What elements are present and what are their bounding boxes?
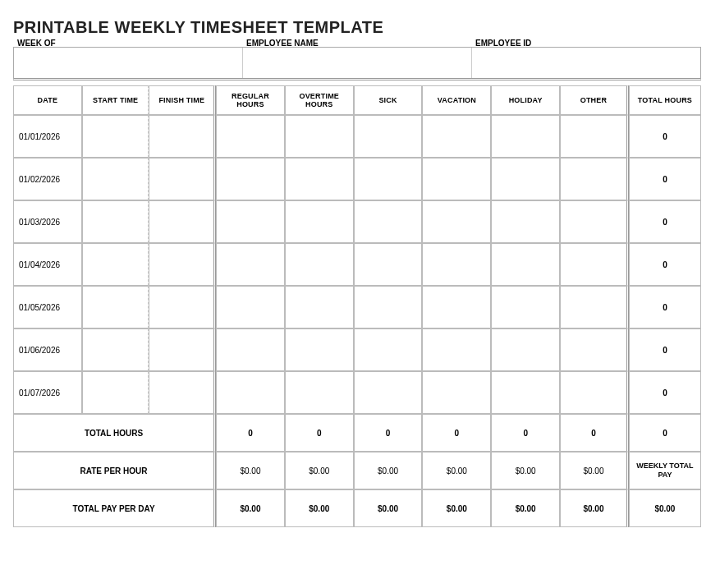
cell-total: 0 [629,286,701,328]
cell-holiday[interactable] [491,243,560,286]
cell-overtime[interactable] [285,371,354,414]
cell-start-time[interactable] [82,200,149,243]
cell-start-time[interactable] [82,328,149,371]
cell-holiday[interactable] [491,328,560,371]
cell-finish-time[interactable] [149,115,216,158]
total-pay-grand: $0.00 [629,489,701,527]
rate-sick: $0.00 [354,452,423,489]
rate-other: $0.00 [560,452,629,489]
table-row: 01/03/20260 [13,200,701,243]
cell-holiday[interactable] [491,115,560,158]
cell-holiday[interactable] [491,200,560,243]
cell-other[interactable] [560,243,629,286]
col-vacation: VACATION [422,85,491,115]
col-total: TOTAL HOURS [629,85,701,115]
employee-id-input[interactable] [472,50,700,78]
col-regular: REGULAR HOURS [216,85,285,115]
cell-overtime[interactable] [285,328,354,371]
cell-finish-time[interactable] [149,200,216,243]
total-hours-label: TOTAL HOURS [13,414,216,452]
total-pay-other: $0.00 [560,489,629,527]
total-hours-regular: 0 [216,414,285,452]
rate-vacation: $0.00 [422,452,491,489]
total-hours-sick: 0 [354,414,423,452]
total-hours-vacation: 0 [422,414,491,452]
total-pay-overtime: $0.00 [285,489,354,527]
col-finish-time: FINISH TIME [149,85,216,115]
col-other: OTHER [560,85,629,115]
cell-regular[interactable] [216,328,285,371]
cell-regular[interactable] [216,158,285,200]
total-pay-holiday: $0.00 [491,489,560,527]
cell-start-time[interactable] [82,371,149,414]
employee-name-field: EMPLOYEE NAME [243,48,472,78]
table-row: 01/05/20260 [13,286,701,328]
cell-overtime[interactable] [285,158,354,200]
cell-vacation[interactable] [422,115,491,158]
cell-holiday[interactable] [491,286,560,328]
employee-id-label: EMPLOYEE ID [472,36,534,39]
cell-regular[interactable] [216,371,285,414]
cell-start-time[interactable] [82,158,149,200]
cell-total: 0 [629,328,701,371]
cell-overtime[interactable] [285,286,354,328]
cell-sick[interactable] [354,158,423,200]
total-pay-vacation: $0.00 [422,489,491,527]
cell-vacation[interactable] [422,328,491,371]
cell-overtime[interactable] [285,200,354,243]
cell-sick[interactable] [354,115,423,158]
cell-other[interactable] [560,158,629,200]
cell-other[interactable] [560,115,629,158]
cell-vacation[interactable] [422,286,491,328]
table-row: 01/04/20260 [13,243,701,286]
cell-sick[interactable] [354,286,423,328]
cell-sick[interactable] [354,200,423,243]
table-header-row: DATE START TIME FINISH TIME REGULAR HOUR… [13,85,701,115]
cell-start-time[interactable] [82,243,149,286]
cell-overtime[interactable] [285,115,354,158]
cell-holiday[interactable] [491,158,560,200]
cell-vacation[interactable] [422,371,491,414]
cell-vacation[interactable] [422,200,491,243]
cell-date: 01/04/2026 [13,243,82,286]
cell-sick[interactable] [354,371,423,414]
cell-overtime[interactable] [285,243,354,286]
employee-name-input[interactable] [243,50,471,78]
cell-total: 0 [629,158,701,200]
cell-regular[interactable] [216,286,285,328]
cell-regular[interactable] [216,243,285,286]
cell-holiday[interactable] [491,371,560,414]
total-hours-other: 0 [560,414,629,452]
cell-finish-time[interactable] [149,158,216,200]
cell-vacation[interactable] [422,158,491,200]
col-date: DATE [13,85,82,115]
cell-sick[interactable] [354,328,423,371]
total-hours-holiday: 0 [491,414,560,452]
cell-start-time[interactable] [82,286,149,328]
total-hours-overtime: 0 [285,414,354,452]
cell-vacation[interactable] [422,243,491,286]
cell-finish-time[interactable] [149,371,216,414]
week-of-input[interactable] [14,50,242,78]
cell-sick[interactable] [354,243,423,286]
cell-finish-time[interactable] [149,243,216,286]
cell-regular[interactable] [216,200,285,243]
total-pay-label: TOTAL PAY PER DAY [13,489,216,527]
week-of-label: WEEK OF [14,36,59,39]
cell-date: 01/07/2026 [13,371,82,414]
employee-id-field: EMPLOYEE ID [472,48,700,78]
total-pay-row: TOTAL PAY PER DAY $0.00 $0.00 $0.00 $0.0… [13,489,701,527]
page-title: PRINTABLE WEEKLY TIMESHEET TEMPLATE [13,18,707,37]
cell-other[interactable] [560,328,629,371]
cell-other[interactable] [560,371,629,414]
rate-row: RATE PER HOUR $0.00 $0.00 $0.00 $0.00 $0… [13,452,701,489]
cell-date: 01/01/2026 [13,115,82,158]
cell-other[interactable] [560,200,629,243]
cell-other[interactable] [560,286,629,328]
cell-finish-time[interactable] [149,286,216,328]
cell-regular[interactable] [216,115,285,158]
cell-total: 0 [629,243,701,286]
cell-start-time[interactable] [82,115,149,158]
cell-finish-time[interactable] [149,328,216,371]
total-pay-regular: $0.00 [216,489,285,527]
